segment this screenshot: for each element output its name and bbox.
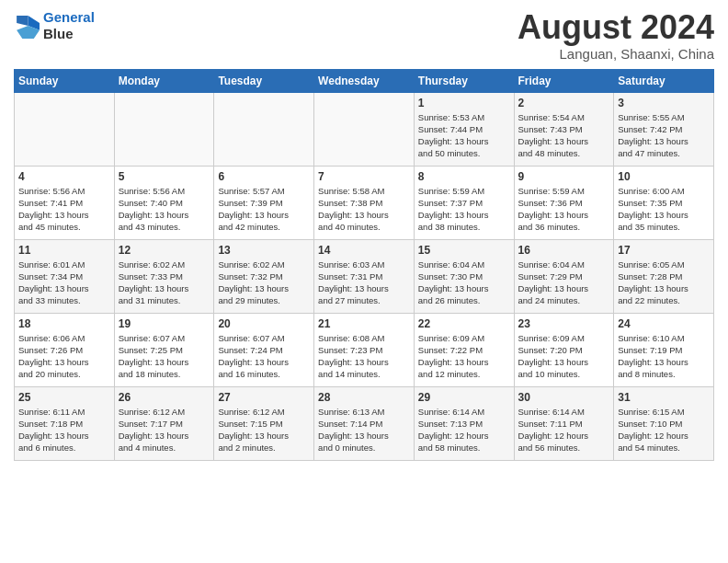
day-cell: 6Sunrise: 5:57 AM Sunset: 7:39 PM Daylig… (214, 166, 314, 239)
day-number: 31 (618, 391, 710, 404)
day-cell (114, 92, 214, 166)
day-cell: 12Sunrise: 6:02 AM Sunset: 7:33 PM Dayli… (114, 239, 214, 313)
logo-icon (14, 13, 40, 39)
day-number: 1 (418, 97, 510, 109)
week-row-3: 11Sunrise: 6:01 AM Sunset: 7:34 PM Dayli… (15, 239, 714, 313)
day-info: Sunrise: 6:09 AM Sunset: 7:20 PM Dayligh… (518, 332, 610, 381)
day-info: Sunrise: 5:58 AM Sunset: 7:38 PM Dayligh… (318, 185, 410, 234)
day-info: Sunrise: 6:12 AM Sunset: 7:17 PM Dayligh… (119, 406, 210, 454)
day-cell (214, 92, 314, 166)
logo-line1: General (43, 9, 95, 25)
day-info: Sunrise: 5:59 AM Sunset: 7:37 PM Dayligh… (418, 185, 510, 234)
day-info: Sunrise: 6:04 AM Sunset: 7:30 PM Dayligh… (418, 259, 510, 307)
day-cell: 18Sunrise: 6:06 AM Sunset: 7:26 PM Dayli… (15, 313, 115, 386)
day-number: 30 (518, 391, 610, 404)
week-row-2: 4Sunrise: 5:56 AM Sunset: 7:41 PM Daylig… (15, 166, 714, 239)
day-info: Sunrise: 6:02 AM Sunset: 7:32 PM Dayligh… (218, 259, 310, 307)
day-number: 21 (318, 317, 410, 330)
month-year: August 2024 (518, 9, 714, 46)
day-number: 4 (18, 170, 110, 183)
day-info: Sunrise: 6:14 AM Sunset: 7:11 PM Dayligh… (518, 406, 610, 454)
day-info: Sunrise: 5:56 AM Sunset: 7:41 PM Dayligh… (18, 185, 110, 234)
day-info: Sunrise: 6:11 AM Sunset: 7:18 PM Dayligh… (18, 406, 110, 454)
day-number: 25 (18, 391, 110, 404)
day-cell: 20Sunrise: 6:07 AM Sunset: 7:24 PM Dayli… (214, 313, 314, 386)
location: Languan, Shaanxi, China (518, 46, 714, 62)
day-cell (314, 92, 415, 166)
day-cell: 1Sunrise: 5:53 AM Sunset: 7:44 PM Daylig… (414, 92, 514, 166)
day-info: Sunrise: 6:03 AM Sunset: 7:31 PM Dayligh… (318, 259, 410, 307)
day-info: Sunrise: 6:14 AM Sunset: 7:13 PM Dayligh… (418, 406, 510, 454)
day-cell: 11Sunrise: 6:01 AM Sunset: 7:34 PM Dayli… (15, 239, 115, 313)
day-cell: 23Sunrise: 6:09 AM Sunset: 7:20 PM Dayli… (514, 313, 614, 386)
day-cell: 29Sunrise: 6:14 AM Sunset: 7:13 PM Dayli… (414, 386, 514, 460)
day-cell: 8Sunrise: 5:59 AM Sunset: 7:37 PM Daylig… (414, 166, 514, 239)
day-number: 23 (518, 317, 610, 330)
day-number: 14 (318, 244, 410, 257)
day-number: 6 (218, 170, 310, 183)
day-number: 29 (418, 391, 510, 404)
page: General Blue August 2024 Languan, Shaanx… (0, 0, 728, 470)
header-cell-thursday: Thursday (414, 69, 514, 92)
header-row: SundayMondayTuesdayWednesdayThursdayFrid… (15, 69, 714, 92)
day-number: 18 (18, 317, 110, 330)
header-cell-monday: Monday (114, 69, 214, 92)
day-cell: 7Sunrise: 5:58 AM Sunset: 7:38 PM Daylig… (314, 166, 415, 239)
day-cell: 3Sunrise: 5:55 AM Sunset: 7:42 PM Daylig… (614, 92, 714, 166)
day-info: Sunrise: 6:06 AM Sunset: 7:26 PM Dayligh… (18, 332, 110, 381)
day-info: Sunrise: 6:08 AM Sunset: 7:23 PM Dayligh… (318, 332, 410, 381)
day-number: 24 (618, 317, 710, 330)
day-info: Sunrise: 6:07 AM Sunset: 7:24 PM Dayligh… (218, 332, 310, 381)
day-info: Sunrise: 6:07 AM Sunset: 7:25 PM Dayligh… (119, 332, 210, 381)
day-cell: 4Sunrise: 5:56 AM Sunset: 7:41 PM Daylig… (15, 166, 115, 239)
day-cell: 16Sunrise: 6:04 AM Sunset: 7:29 PM Dayli… (514, 239, 614, 313)
day-info: Sunrise: 5:56 AM Sunset: 7:40 PM Dayligh… (119, 185, 210, 234)
day-number: 7 (318, 170, 410, 183)
header: General Blue August 2024 Languan, Shaanx… (14, 9, 714, 62)
day-info: Sunrise: 6:04 AM Sunset: 7:29 PM Dayligh… (518, 259, 610, 307)
day-cell: 14Sunrise: 6:03 AM Sunset: 7:31 PM Dayli… (314, 239, 415, 313)
day-info: Sunrise: 6:12 AM Sunset: 7:15 PM Dayligh… (218, 406, 310, 454)
day-number: 5 (119, 170, 210, 183)
day-cell: 13Sunrise: 6:02 AM Sunset: 7:32 PM Dayli… (214, 239, 314, 313)
logo-text: General Blue (43, 9, 95, 42)
day-info: Sunrise: 5:53 AM Sunset: 7:44 PM Dayligh… (418, 111, 510, 160)
day-number: 15 (418, 244, 510, 257)
day-cell: 2Sunrise: 5:54 AM Sunset: 7:43 PM Daylig… (514, 92, 614, 166)
day-info: Sunrise: 6:15 AM Sunset: 7:10 PM Dayligh… (618, 406, 710, 454)
day-cell: 25Sunrise: 6:11 AM Sunset: 7:18 PM Dayli… (15, 386, 115, 460)
day-number: 16 (518, 244, 610, 257)
day-number: 28 (318, 391, 410, 404)
day-number: 20 (218, 317, 310, 330)
day-cell: 26Sunrise: 6:12 AM Sunset: 7:17 PM Dayli… (114, 386, 214, 460)
day-number: 27 (218, 391, 310, 404)
logo: General Blue (14, 9, 95, 42)
title-section: August 2024 Languan, Shaanxi, China (518, 9, 714, 62)
day-number: 26 (119, 391, 210, 404)
header-cell-friday: Friday (514, 69, 614, 92)
day-info: Sunrise: 6:01 AM Sunset: 7:34 PM Dayligh… (18, 259, 110, 307)
day-cell: 19Sunrise: 6:07 AM Sunset: 7:25 PM Dayli… (114, 313, 214, 386)
day-number: 8 (418, 170, 510, 183)
day-number: 22 (418, 317, 510, 330)
day-cell: 9Sunrise: 5:59 AM Sunset: 7:36 PM Daylig… (514, 166, 614, 239)
header-cell-wednesday: Wednesday (314, 69, 415, 92)
day-number: 2 (518, 97, 610, 109)
week-row-4: 18Sunrise: 6:06 AM Sunset: 7:26 PM Dayli… (15, 313, 714, 386)
day-cell: 30Sunrise: 6:14 AM Sunset: 7:11 PM Dayli… (514, 386, 614, 460)
logo-line2: Blue (43, 26, 74, 41)
day-cell (15, 92, 115, 166)
day-info: Sunrise: 6:13 AM Sunset: 7:14 PM Dayligh… (318, 406, 410, 454)
day-cell: 15Sunrise: 6:04 AM Sunset: 7:30 PM Dayli… (414, 239, 514, 313)
day-info: Sunrise: 5:59 AM Sunset: 7:36 PM Dayligh… (518, 185, 610, 234)
day-number: 3 (618, 97, 710, 109)
day-cell: 10Sunrise: 6:00 AM Sunset: 7:35 PM Dayli… (614, 166, 714, 239)
day-cell: 28Sunrise: 6:13 AM Sunset: 7:14 PM Dayli… (314, 386, 415, 460)
day-number: 13 (218, 244, 310, 257)
day-cell: 27Sunrise: 6:12 AM Sunset: 7:15 PM Dayli… (214, 386, 314, 460)
day-cell: 31Sunrise: 6:15 AM Sunset: 7:10 PM Dayli… (614, 386, 714, 460)
day-info: Sunrise: 5:54 AM Sunset: 7:43 PM Dayligh… (518, 111, 610, 160)
day-number: 11 (18, 244, 110, 257)
day-info: Sunrise: 6:02 AM Sunset: 7:33 PM Dayligh… (119, 259, 210, 307)
day-number: 19 (119, 317, 210, 330)
